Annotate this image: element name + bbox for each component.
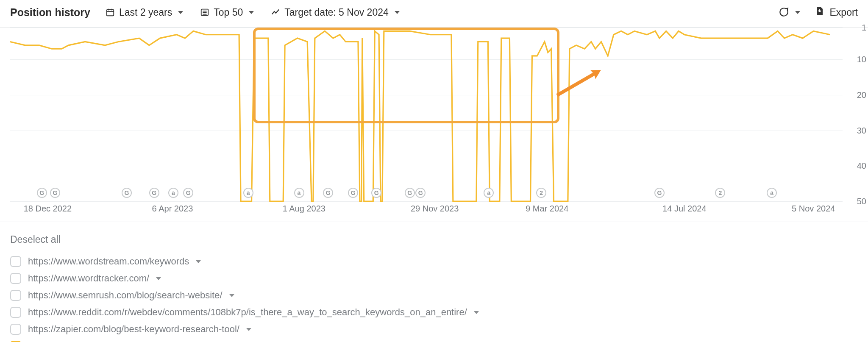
y-axis-tick: 30 <box>844 125 866 135</box>
algorithm-update-marker[interactable]: G <box>415 188 426 198</box>
trend-icon <box>271 8 280 17</box>
x-axis-tick: 6 Apr 2023 <box>152 204 193 214</box>
url-legend: Deselect all https://www.wordstream.com/… <box>0 234 868 342</box>
top-n-dropdown[interactable]: Top 50 <box>200 7 254 18</box>
x-axis-tick: 5 Nov 2024 <box>792 204 835 214</box>
algorithm-update-marker[interactable]: G <box>654 188 665 198</box>
algorithm-update-marker[interactable]: G <box>323 188 333 198</box>
download-icon <box>815 6 825 19</box>
algorithm-update-marker[interactable]: 2 <box>715 188 725 198</box>
list-icon <box>200 8 209 17</box>
x-axis-tick: 9 Mar 2024 <box>526 204 568 214</box>
chevron-down-icon[interactable] <box>229 294 234 297</box>
comment-icon <box>778 7 789 18</box>
url-row: https://ahrefs.com/blog/find-websites-ke… <box>10 338 858 342</box>
export-button[interactable]: Export <box>815 6 858 19</box>
url-row: https://www.semrush.com/blog/search-webs… <box>10 287 858 304</box>
x-axis-tick: 14 Jul 2024 <box>662 204 706 214</box>
algorithm-update-marker[interactable]: 2 <box>536 188 546 198</box>
algorithm-update-marker[interactable]: a <box>243 188 253 198</box>
url-label[interactable]: https://www.wordstream.com/keywords <box>28 256 189 267</box>
url-row: https://zapier.com/blog/best-keyword-res… <box>10 321 858 338</box>
chevron-down-icon <box>178 11 183 14</box>
url-label[interactable]: https://www.semrush.com/blog/search-webs… <box>28 290 223 301</box>
url-checkbox[interactable] <box>10 307 21 318</box>
target-date-dropdown[interactable]: Target date: 5 Nov 2024 <box>271 7 400 18</box>
algorithm-update-marker[interactable]: G <box>149 188 159 198</box>
url-label[interactable]: https://zapier.com/blog/best-keyword-res… <box>28 324 239 335</box>
svg-rect-0 <box>107 10 114 16</box>
algorithm-update-marker[interactable]: G <box>50 188 60 198</box>
algorithm-update-marker[interactable]: a <box>767 188 777 198</box>
url-checkbox[interactable] <box>10 273 21 284</box>
url-label[interactable]: https://www.wordtracker.com/ <box>28 273 149 284</box>
page-title: Position history <box>10 6 90 19</box>
chevron-down-icon[interactable] <box>246 328 251 331</box>
x-axis-tick: 1 Aug 2023 <box>283 204 326 214</box>
target-date-label: Target date: 5 Nov 2024 <box>284 7 389 18</box>
algorithm-update-marker[interactable]: a <box>484 188 494 198</box>
chevron-down-icon[interactable] <box>156 277 161 280</box>
y-axis-tick: 50 <box>844 197 866 206</box>
position-history-chart: GGGGaGaaGGGGGa2G2a 18 Dec 20226 Apr 2023… <box>0 27 868 222</box>
date-range-dropdown[interactable]: Last 2 years <box>106 7 183 18</box>
algorithm-update-marker[interactable]: a <box>168 188 178 198</box>
chevron-down-icon[interactable] <box>196 260 201 263</box>
url-checkbox[interactable] <box>10 290 21 301</box>
chevron-down-icon[interactable] <box>474 311 479 314</box>
deselect-all-button[interactable]: Deselect all <box>10 234 858 245</box>
chevron-down-icon <box>795 11 800 14</box>
date-range-label: Last 2 years <box>119 7 172 18</box>
algorithm-update-marker[interactable]: a <box>294 188 304 198</box>
algorithm-update-marker[interactable]: G <box>348 188 358 198</box>
url-checkbox[interactable] <box>10 324 21 335</box>
algorithm-update-marker[interactable]: G <box>405 188 415 198</box>
chevron-down-icon <box>249 11 254 14</box>
toolbar-right: Export <box>778 6 858 19</box>
url-row: https://www.wordtracker.com/ <box>10 270 858 287</box>
url-label[interactable]: https://www.reddit.com/r/webdev/comments… <box>28 307 467 318</box>
url-row: https://www.wordstream.com/keywords <box>10 253 858 270</box>
chart-series-line <box>10 31 830 201</box>
y-axis-tick: 1 <box>844 23 866 33</box>
algorithm-update-marker[interactable]: G <box>122 188 132 198</box>
toolbar: Position history Last 2 years Top 50 Tar… <box>0 0 868 27</box>
y-axis-tick: 10 <box>844 55 866 64</box>
export-label: Export <box>830 7 858 18</box>
x-axis-tick: 18 Dec 2022 <box>24 204 72 214</box>
top-n-label: Top 50 <box>214 7 243 18</box>
calendar-icon <box>106 8 115 17</box>
url-row: https://www.reddit.com/r/webdev/comments… <box>10 304 858 321</box>
algorithm-update-marker[interactable]: G <box>37 188 47 198</box>
y-axis-tick: 40 <box>844 161 866 171</box>
algorithm-update-marker[interactable]: G <box>371 188 381 198</box>
y-axis-tick: 20 <box>844 90 866 100</box>
algorithm-update-marker[interactable]: G <box>183 188 193 198</box>
url-checkbox[interactable] <box>10 256 21 267</box>
x-axis-tick: 29 Nov 2023 <box>411 204 459 214</box>
comment-dropdown[interactable] <box>778 7 800 18</box>
chevron-down-icon <box>395 11 400 14</box>
